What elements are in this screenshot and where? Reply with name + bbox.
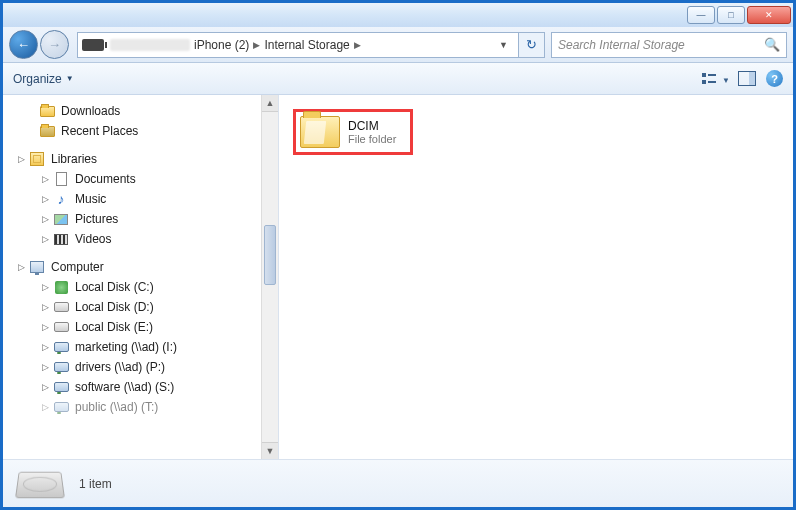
help-button[interactable]: ?: [766, 70, 783, 87]
disk-icon: [53, 319, 69, 335]
sidebar-item-net-t[interactable]: ▷ public (\\ad) (T:): [3, 397, 278, 417]
sidebar-item-label: software (\\ad) (S:): [75, 380, 174, 394]
sidebar-item-label: Computer: [51, 260, 104, 274]
scroll-thumb[interactable]: [264, 225, 276, 285]
recent-icon: [39, 123, 55, 139]
sidebar-item-net-s[interactable]: ▷ software (\\ad) (S:): [3, 377, 278, 397]
expand-icon[interactable]: ▷: [15, 154, 27, 164]
sidebar-item-label: Music: [75, 192, 106, 206]
refresh-icon: ↻: [526, 37, 537, 52]
sidebar-item-net-p[interactable]: ▷ drivers (\\ad) (P:): [3, 357, 278, 377]
sidebar-group-computer[interactable]: ▷ Computer: [3, 257, 278, 277]
expand-icon[interactable]: ▷: [39, 234, 51, 244]
network-drive-icon: [53, 359, 69, 375]
music-icon: ♪: [53, 191, 69, 207]
command-bar: Organize ▼ ▼ ?: [3, 63, 793, 95]
sidebar-item-label: marketing (\\ad) (I:): [75, 340, 177, 354]
sidebar-group-libraries[interactable]: ▷ Libraries: [3, 149, 278, 169]
address-obscured-segment: [110, 39, 190, 51]
expand-icon[interactable]: ▷: [39, 362, 51, 372]
organize-label: Organize: [13, 72, 62, 86]
sidebar-item-label: Downloads: [61, 104, 120, 118]
minimize-button[interactable]: —: [687, 6, 715, 24]
sidebar-item-videos[interactable]: ▷ Videos: [3, 229, 278, 249]
expand-icon[interactable]: ▷: [39, 174, 51, 184]
sidebar-item-documents[interactable]: ▷ Documents: [3, 169, 278, 189]
view-options-button[interactable]: ▼: [702, 71, 728, 87]
view-icon: ▼: [702, 71, 728, 87]
network-drive-icon: [53, 339, 69, 355]
search-input[interactable]: Search Internal Storage 🔍: [551, 32, 787, 58]
close-button[interactable]: ✕: [747, 6, 791, 24]
sidebar-item-label: Videos: [75, 232, 111, 246]
sidebar-item-label: Local Disk (D:): [75, 300, 154, 314]
sidebar-item-pictures[interactable]: ▷ Pictures: [3, 209, 278, 229]
svg-rect-2: [708, 74, 716, 76]
preview-pane-icon: [738, 71, 756, 86]
scroll-down-icon[interactable]: ▼: [262, 442, 278, 459]
breadcrumb-location[interactable]: Internal Storage: [264, 38, 349, 52]
disk-icon: [53, 279, 69, 295]
sidebar-item-local-d[interactable]: ▷ Local Disk (D:): [3, 297, 278, 317]
organize-menu[interactable]: Organize ▼: [13, 72, 74, 86]
breadcrumb-device[interactable]: iPhone (2): [194, 38, 249, 52]
address-bar[interactable]: iPhone (2) ▶ Internal Storage ▶ ▼: [77, 32, 519, 58]
sidebar-item-label: Documents: [75, 172, 136, 186]
documents-icon: [53, 171, 69, 187]
search-icon: 🔍: [764, 37, 780, 52]
sidebar-item-net-i[interactable]: ▷ marketing (\\ad) (I:): [3, 337, 278, 357]
libraries-icon: [29, 151, 45, 167]
sidebar-item-label: Libraries: [51, 152, 97, 166]
address-dropdown-icon[interactable]: ▼: [493, 40, 514, 50]
status-count: 1 item: [79, 477, 112, 491]
expand-icon[interactable]: ▷: [15, 262, 27, 272]
sidebar-item-downloads[interactable]: Downloads: [3, 101, 278, 121]
folder-item-dcim[interactable]: DCIM File folder: [293, 109, 413, 155]
expand-icon[interactable]: ▷: [39, 194, 51, 204]
nav-buttons: ← →: [9, 30, 71, 59]
maximize-button[interactable]: □: [717, 6, 745, 24]
navigation-bar: ← → iPhone (2) ▶ Internal Storage ▶ ▼ ↻ …: [3, 27, 793, 63]
scroll-up-icon[interactable]: ▲: [262, 95, 278, 112]
expand-icon[interactable]: ▷: [39, 342, 51, 352]
sidebar-item-label: Local Disk (E:): [75, 320, 153, 334]
sidebar-scrollbar[interactable]: ▲ ▼: [261, 95, 278, 459]
search-placeholder: Search Internal Storage: [558, 38, 685, 52]
forward-button[interactable]: →: [40, 30, 69, 59]
sidebar-item-label: public (\\ad) (T:): [75, 400, 158, 414]
network-drive-icon: [53, 379, 69, 395]
expand-icon[interactable]: ▷: [39, 302, 51, 312]
svg-rect-0: [702, 73, 706, 77]
title-bar: — □ ✕: [3, 3, 793, 27]
main-area: Downloads Recent Places ▷ Libraries ▷ Do…: [3, 95, 793, 459]
sidebar-item-recent-places[interactable]: Recent Places: [3, 121, 278, 141]
folder-icon: [39, 103, 55, 119]
sidebar-item-label: Pictures: [75, 212, 118, 226]
device-icon: [82, 39, 104, 51]
folder-meta: DCIM File folder: [348, 119, 396, 145]
videos-icon: [53, 231, 69, 247]
chevron-down-icon: ▼: [66, 74, 74, 83]
sidebar-item-label: Local Disk (C:): [75, 280, 154, 294]
network-drive-icon: [53, 399, 69, 415]
svg-rect-6: [749, 72, 755, 85]
expand-icon[interactable]: ▷: [39, 214, 51, 224]
expand-icon[interactable]: ▷: [39, 402, 51, 412]
back-button[interactable]: ←: [9, 30, 38, 59]
refresh-button[interactable]: ↻: [519, 32, 545, 58]
status-bar: 1 item: [3, 459, 793, 507]
breadcrumb-separator-icon: ▶: [253, 40, 260, 50]
sidebar-item-local-c[interactable]: ▷ Local Disk (C:): [3, 277, 278, 297]
sidebar-item-local-e[interactable]: ▷ Local Disk (E:): [3, 317, 278, 337]
pictures-icon: [53, 211, 69, 227]
preview-pane-button[interactable]: [738, 71, 756, 86]
expand-icon[interactable]: ▷: [39, 382, 51, 392]
sidebar-item-label: drivers (\\ad) (P:): [75, 360, 165, 374]
breadcrumb-separator-icon: ▶: [354, 40, 361, 50]
svg-rect-1: [702, 80, 706, 84]
expand-icon[interactable]: ▷: [39, 282, 51, 292]
drive-icon: [15, 471, 65, 497]
expand-icon[interactable]: ▷: [39, 322, 51, 332]
content-pane[interactable]: DCIM File folder: [279, 95, 793, 459]
sidebar-item-music[interactable]: ▷ ♪ Music: [3, 189, 278, 209]
